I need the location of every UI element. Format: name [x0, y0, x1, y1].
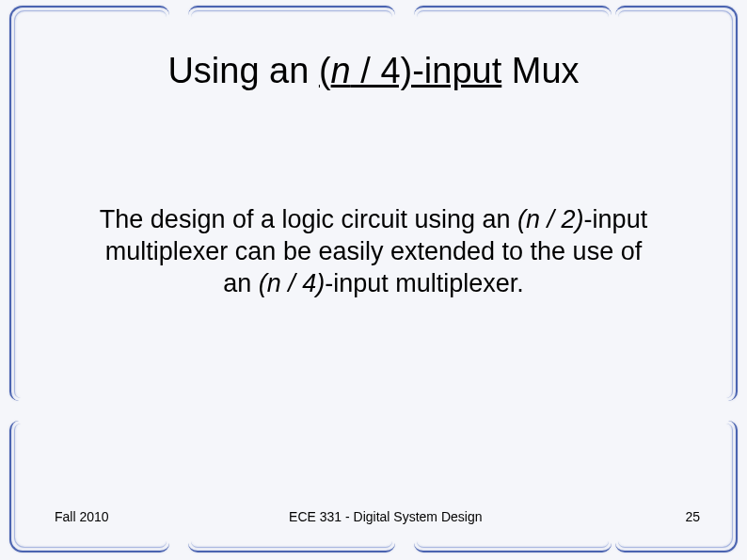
- body-line: an (n / 4)-input multiplexer.: [43, 268, 704, 300]
- footer-page-number: 25: [662, 509, 700, 524]
- footer-term: Fall 2010: [55, 509, 109, 524]
- body-text: an: [223, 269, 259, 297]
- slide-footer: Fall 2010 ECE 331 - Digital System Desig…: [0, 509, 747, 524]
- title-underline-rest: / 4)-input: [351, 51, 502, 90]
- body-italic: (n / 4): [259, 269, 326, 297]
- title-text: Using an: [167, 51, 319, 90]
- body-text: multiplexer can be easily extended to th…: [105, 237, 642, 265]
- body-italic: (n / 2): [517, 205, 584, 233]
- slide-body: The design of a logic circuit using an (…: [38, 204, 709, 299]
- slide: Using an (n / 4)-input Mux The design of…: [0, 0, 747, 560]
- title-underline-open: (: [319, 51, 331, 90]
- title-text: Mux: [501, 51, 579, 90]
- footer-course: ECE 331 - Digital System Design: [109, 509, 662, 524]
- body-text: The design of a logic circuit using an: [100, 205, 517, 233]
- body-line: multiplexer can be easily extended to th…: [43, 236, 704, 268]
- body-text: -input multiplexer.: [325, 269, 524, 297]
- title-n-italic: n: [331, 51, 351, 90]
- body-line: The design of a logic circuit using an (…: [43, 204, 704, 236]
- body-text: -input: [584, 205, 648, 233]
- slide-title: Using an (n / 4)-input Mux: [38, 51, 709, 91]
